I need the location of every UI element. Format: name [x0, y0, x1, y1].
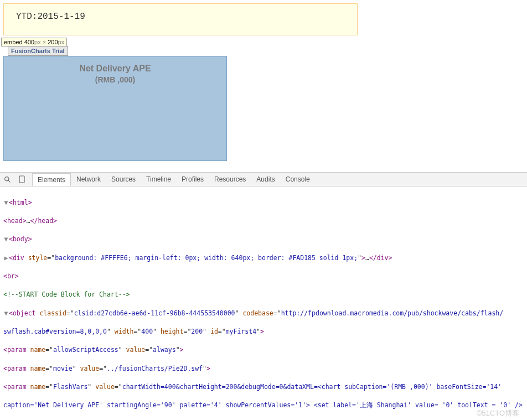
tab-resources[interactable]: Resources	[209, 173, 251, 185]
watermark: ©51CTO博客	[477, 408, 519, 418]
chart-body: Net Delivery APE (RMB ,000)	[3, 56, 227, 161]
ytd-header-box: YTD:2015-1-19	[3, 3, 358, 35]
chart-container: FusionCharts Trial Net Delivery APE (RMB…	[3, 46, 227, 161]
devtools-panel: Elements Network Sources Timeline Profil…	[0, 172, 527, 420]
tab-sources[interactable]: Sources	[106, 173, 141, 185]
fusioncharts-trial-badge: FusionCharts Trial	[8, 46, 68, 56]
tab-network[interactable]: Network	[71, 173, 106, 185]
devtools-toolbar: Elements Network Sources Timeline Profil…	[0, 173, 527, 186]
svg-rect-2	[19, 176, 24, 183]
devtools-tabs: Elements Network Sources Timeline Profil…	[32, 173, 315, 185]
chart-subtitle: (RMB ,000)	[4, 75, 226, 84]
device-icon[interactable]	[18, 175, 25, 183]
search-icon[interactable]	[3, 175, 11, 183]
ytd-label: YTD:2015-1-19	[16, 12, 85, 22]
element-size-tooltip: embed 400px × 200px	[1, 38, 67, 46]
disclosure-triangle[interactable]: ▼	[3, 309, 9, 318]
svg-point-0	[4, 177, 8, 180]
tab-console[interactable]: Console	[281, 173, 315, 185]
disclosure-triangle[interactable]: ▼	[3, 235, 9, 244]
page-preview-area: YTD:2015-1-19 embed 400px × 200px Fusion…	[0, 0, 527, 161]
svg-line-1	[8, 180, 10, 182]
tab-audits[interactable]: Audits	[251, 173, 280, 185]
tab-timeline[interactable]: Timeline	[141, 173, 176, 185]
tab-elements[interactable]: Elements	[32, 173, 71, 186]
dom-tree[interactable]: ▼<html> <head>…</head> ▼<body> ▶<div sty…	[0, 186, 527, 420]
disclosure-triangle[interactable]: ▼	[3, 198, 9, 208]
chart-title: Net Delivery APE	[4, 62, 226, 75]
tab-profiles[interactable]: Profiles	[177, 173, 209, 185]
disclosure-triangle[interactable]: ▶	[3, 253, 9, 263]
